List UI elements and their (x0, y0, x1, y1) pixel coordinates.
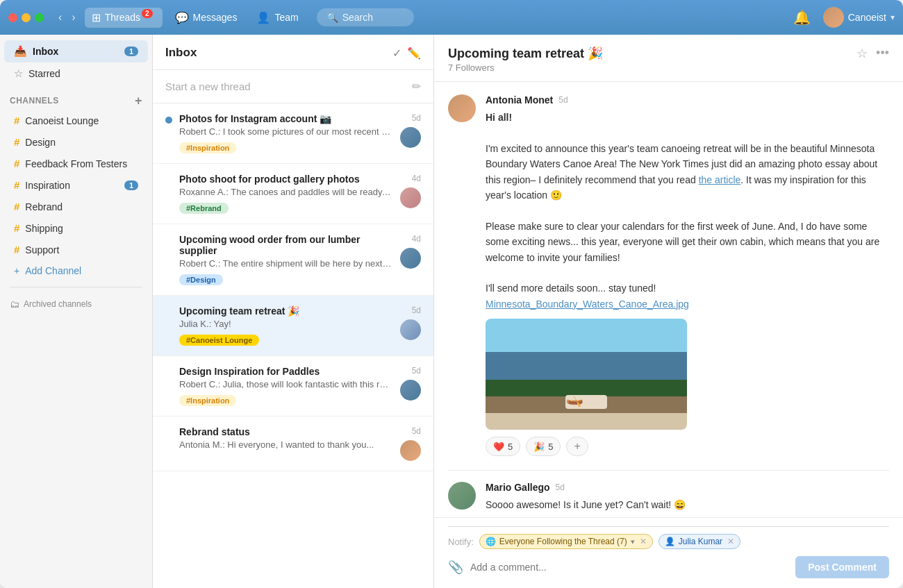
notify-tag-everyone: 🌐 Everyone Following the Thread (7) ▾ ✕ (479, 534, 653, 549)
message-block: Antonia Monet 5d Hi all! I'm excited to … (448, 94, 889, 456)
comment-input[interactable] (470, 562, 788, 573)
article-link[interactable]: the article (699, 174, 741, 185)
thread-item[interactable]: Photo shoot for product gallery photos R… (153, 164, 433, 224)
sidebar-item-support[interactable]: # Support (4, 239, 148, 260)
thread-meta: 5d (400, 305, 421, 346)
message-header: Mario Gallego 5d (486, 482, 889, 493)
forward-button[interactable]: › (68, 10, 78, 25)
channel-hash-icon: # (14, 201, 19, 212)
archived-label: Archived channels (24, 299, 92, 309)
nav-messages[interactable]: 💬 Messages (168, 8, 245, 28)
nav-arrows: ‹ › (55, 10, 79, 25)
message-time: 5d (556, 482, 565, 492)
thread-item[interactable]: Upcoming team retreat 🎉 Julia K.: Yay! #… (153, 296, 433, 356)
message-body: Antonia Monet 5d Hi all! I'm excited to … (486, 94, 889, 456)
message-author: Antonia Monet (486, 94, 553, 106)
sidebar-item-rebrand[interactable]: # Rebrand (4, 196, 148, 217)
minimize-button[interactable] (22, 13, 31, 22)
inbox-badge: 1 (124, 47, 138, 56)
inbox-icon: 📥 (14, 45, 27, 58)
sidebar-item-feedback[interactable]: # Feedback From Testers (4, 153, 148, 174)
channel-label: Support (25, 244, 138, 255)
reaction-heart[interactable]: ❤️5 (486, 437, 520, 456)
remove-julia-button[interactable]: ✕ (727, 537, 734, 546)
header-icons: ✓ ✏️ (392, 47, 421, 60)
message-body: Mario Gallego 5d Soooo awesome! Is it Ju… (486, 482, 889, 512)
user-name-label: Canoeist (848, 12, 886, 23)
remove-everyone-button[interactable]: ✕ (640, 537, 647, 546)
messages-icon: 💬 (175, 11, 189, 24)
thread-preview: Robert C.: The entire shipment will be h… (179, 258, 393, 269)
add-channel-button[interactable]: + Add Channel (4, 260, 148, 281)
user-menu[interactable]: Canoeist ▾ (823, 7, 895, 28)
chevron-down-icon: ▾ (890, 12, 895, 22)
archived-channels-item[interactable]: 🗂 Archived channels (0, 293, 152, 315)
thread-item[interactable]: Design Inspiration for Paddles Robert C.… (153, 356, 433, 417)
team-label: Team (274, 12, 298, 23)
back-button[interactable]: ‹ (55, 10, 65, 25)
edit-icon[interactable]: ✏️ (407, 47, 421, 60)
unread-dot (165, 117, 172, 124)
add-reaction-button[interactable]: + (566, 437, 588, 456)
avatar (400, 127, 421, 148)
right-panel-header: Upcoming team retreat 🎉 7 Followers ☆ ••… (434, 35, 903, 82)
nav-threads[interactable]: ⊞ Threads 2 (85, 8, 163, 28)
post-comment-button[interactable]: Post Comment (795, 556, 889, 578)
thread-time: 4d (412, 174, 421, 183)
thread-item[interactable]: Upcoming wood order from our lumber supp… (153, 224, 433, 296)
attachment-icon[interactable]: 📎 (448, 560, 463, 575)
thread-item[interactable]: Photos for Instagram account 📷 Robert C.… (153, 103, 433, 164)
read-spacer (165, 234, 172, 285)
thread-item[interactable]: Rebrand status Antonia M.: Hi everyone, … (153, 417, 433, 471)
sidebar-item-starred[interactable]: ☆ Starred (4, 62, 148, 85)
threads-icon: ⊞ (92, 11, 101, 24)
add-channel-label: Add Channel (25, 265, 138, 276)
sidebar-item-design[interactable]: # Design (4, 131, 148, 153)
inbox-label: Inbox (33, 46, 119, 57)
channel-label: Shipping (25, 223, 138, 234)
threads-label: Threads (105, 12, 140, 23)
sidebar-item-shipping[interactable]: # Shipping (4, 217, 148, 239)
check-icon[interactable]: ✓ (392, 47, 401, 60)
channel-label: Inspiration (25, 180, 119, 191)
new-thread-bar[interactable]: Start a new thread ✏ (153, 70, 433, 103)
thread-preview: Roxanne A.: The canoes and paddles will … (179, 187, 393, 197)
sidebar-item-inbox[interactable]: 📥 Inbox 1 (4, 40, 148, 62)
thread-items: Photos for Instagram account 📷 Robert C.… (153, 103, 433, 588)
avatar (823, 7, 844, 28)
notifications-bell-icon[interactable]: 🔔 (793, 9, 811, 26)
message-author: Mario Gallego (486, 482, 550, 493)
channel-hash-icon: # (14, 158, 19, 169)
channel-label: Canoeist Lounge (25, 115, 138, 126)
thread-preview: Robert C.: I took some pictures of our m… (179, 126, 393, 137)
starred-label: Starred (28, 68, 138, 79)
thread-tag: #Rebrand (179, 203, 229, 214)
avatar (448, 94, 476, 122)
star-icon[interactable]: ☆ (856, 46, 868, 61)
reaction-party[interactable]: 🎉5 (526, 437, 561, 456)
chevron-down-icon[interactable]: ▾ (631, 537, 635, 546)
channel-hash-icon: # (14, 222, 19, 234)
thread-preview: Julia K.: Yay! (179, 319, 393, 329)
read-spacer (165, 366, 172, 406)
channel-label: Feedback From Testers (25, 158, 138, 169)
more-options-icon[interactable]: ••• (876, 46, 889, 61)
channel-label: Rebrand (25, 201, 138, 212)
sidebar-item-inspiration[interactable]: # Inspiration 1 (4, 174, 148, 196)
add-channel-icon[interactable]: + (135, 94, 142, 107)
message-text: Soooo awesome! Is it June yet? Can't wai… (486, 497, 889, 512)
nav-team[interactable]: 👤 Team (249, 8, 305, 28)
thread-content: Upcoming team retreat 🎉 Julia K.: Yay! #… (179, 305, 393, 346)
thread-time: 5d (412, 305, 421, 315)
attachment-link[interactable]: Minnesota_Boundary_Waters_Canoe_Area.jpg (486, 299, 689, 310)
thread-content: Upcoming wood order from our lumber supp… (179, 234, 393, 285)
everyone-icon: 🌐 (486, 537, 496, 546)
search-bar[interactable]: 🔍 Search (317, 8, 414, 26)
close-button[interactable] (8, 13, 17, 22)
thread-time: 5d (412, 426, 421, 436)
everyone-label: Everyone Following the Thread (7) (499, 537, 627, 546)
sidebar-item-canoeist-lounge[interactable]: # Canoeist Lounge (4, 110, 148, 131)
maximize-button[interactable] (35, 13, 44, 22)
thread-content: Photos for Instagram account 📷 Robert C.… (179, 113, 393, 153)
thread-list-header: Inbox ✓ ✏️ (153, 35, 433, 70)
